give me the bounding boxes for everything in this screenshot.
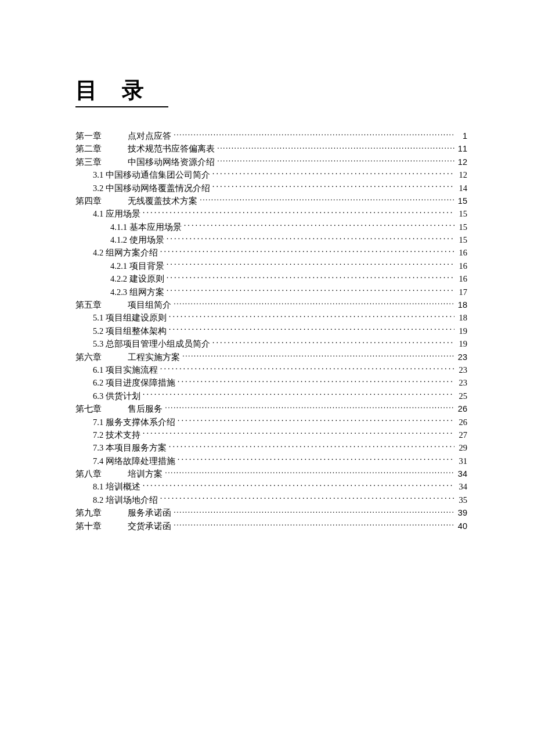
toc-leader-dots (178, 376, 454, 386)
toc-entry-label: 5.3 总部项目管理小组成员简介 (93, 339, 210, 348)
toc-page-number: 19 (456, 338, 467, 350)
toc-page-number: 1 (456, 130, 467, 142)
toc-entry-label: 4.2.2 建设原则 (110, 274, 164, 283)
toc-leader-dots (184, 221, 454, 230)
toc-page-number: 17 (456, 286, 467, 298)
toc-chapter-number: 第一章 (75, 130, 128, 142)
toc-entry-label: 4.2.1 项目背景 (110, 261, 164, 271)
toc-entry-label: 3.1 中国移动通信集团公司简介 (93, 170, 210, 179)
toc-entry-label: 培训方案 (128, 469, 163, 478)
toc-page-number: 40 (456, 520, 467, 532)
toc-entry: 第二章技术规范书应答偏离表11 (75, 142, 467, 155)
toc-entry-label: 工程实施方案 (128, 352, 180, 362)
toc-leader-dots (182, 351, 454, 360)
toc-page-number: 15 (456, 195, 467, 207)
toc-page-number: 26 (456, 416, 467, 429)
toc-leader-dots (160, 363, 454, 373)
toc-entry: 4.2.3 组网方案17 (75, 286, 467, 298)
toc-page-number: 12 (456, 169, 467, 181)
toc-leader-dots (217, 156, 454, 165)
toc-entry: 4.1.1 基本应用场景15 (75, 221, 467, 233)
toc-entry: 第六章工程实施方案23 (75, 351, 467, 363)
toc-page-number: 11 (456, 143, 467, 155)
toc-page-number: 34 (456, 468, 467, 480)
toc-page-number: 27 (456, 429, 467, 441)
toc-entry: 6.1 项目实施流程23 (75, 363, 467, 376)
toc-entry: 第九章服务承诺函39 (75, 506, 467, 519)
toc-page-number: 23 (456, 377, 467, 389)
toc-entry-label: 7.1 服务支撑体系介绍 (93, 417, 175, 427)
toc-entry-label: 4.2 组网方案介绍 (93, 248, 158, 257)
toc-entry: 3.2 中国移动网络覆盖情况介绍14 (75, 182, 467, 195)
toc-leader-dots (174, 298, 454, 308)
toc-leader-dots (167, 233, 454, 243)
toc-chapter-number: 第六章 (75, 351, 128, 363)
toc-page-number: 16 (456, 260, 467, 272)
toc-entry: 5.1 项目组建设原则18 (75, 311, 467, 324)
toc-page-number: 23 (456, 351, 467, 363)
toc-leader-dots (160, 494, 454, 503)
toc-leader-dots (178, 455, 454, 464)
toc-entry-label: 中国移动网络资源介绍 (128, 157, 215, 167)
toc-entry: 7.3 本项目服务方案29 (75, 441, 467, 454)
toc-page-number: 19 (456, 325, 467, 337)
toc-leader-dots (165, 402, 454, 412)
toc-leader-dots (143, 429, 454, 438)
toc-entry-label: 4.1.2 使用场景 (110, 235, 164, 244)
toc-entry-label: 无线覆盖技术方案 (128, 196, 197, 206)
toc-entry: 4.2 组网方案介绍16 (75, 247, 467, 260)
toc-entry: 4.1.2 使用场景15 (75, 233, 467, 246)
toc-entry-label: 8.1 培训概述 (93, 482, 140, 491)
toc-page-number: 15 (456, 234, 467, 246)
toc-leader-dots (212, 182, 454, 191)
toc-entry-label: 交货承诺函 (128, 521, 171, 531)
toc-entry: 第七章售后服务26 (75, 402, 467, 415)
toc-entry: 6.2 项目进度保障措施23 (75, 376, 467, 389)
toc-chapter-number: 第七章 (75, 403, 128, 415)
toc-leader-dots (169, 311, 454, 321)
toc-entry-label: 7.2 技术支持 (93, 430, 140, 440)
toc-entry-label: 点对点应答 (128, 131, 171, 141)
toc-chapter-number: 第三章 (75, 156, 128, 168)
toc-chapter-number: 第二章 (75, 143, 128, 155)
toc-leader-dots (200, 195, 454, 204)
toc-entry: 7.2 技术支持27 (75, 429, 467, 441)
toc-page-number: 16 (456, 273, 467, 285)
toc-entry-label: 8.2 培训场地介绍 (93, 495, 158, 505)
toc-page-number: 29 (456, 442, 467, 454)
toc-leader-dots (174, 129, 454, 139)
toc-leader-dots (143, 390, 454, 399)
toc-entry: 第三章中国移动网络资源介绍12 (75, 156, 467, 168)
toc-entry: 5.2 项目组整体架构19 (75, 325, 467, 337)
toc-page-number: 12 (456, 156, 467, 168)
toc-entry-label: 4.2.3 组网方案 (110, 287, 164, 297)
toc-leader-dots (143, 207, 454, 217)
toc-entry-label: 4.1 应用场景 (93, 209, 140, 218)
toc-entry-label: 4.1.1 基本应用场景 (110, 222, 182, 232)
toc-page-number: 18 (456, 299, 467, 311)
toc-leader-dots (167, 286, 454, 295)
toc-entry: 4.1 应用场景15 (75, 207, 467, 220)
toc-leader-dots (217, 142, 454, 152)
toc-entry-label: 6.1 项目实施流程 (93, 365, 158, 375)
toc-entry-label: 技术规范书应答偏离表 (128, 144, 215, 153)
toc-page-number: 26 (456, 403, 467, 415)
toc-entry: 第十章交货承诺函40 (75, 520, 467, 532)
toc-chapter-number: 第四章 (75, 195, 128, 207)
toc-leader-dots (174, 520, 454, 529)
toc-leader-dots (167, 260, 454, 269)
toc-leader-dots (165, 467, 454, 477)
toc-leader-dots (178, 416, 454, 425)
toc-entry: 第一章点对点应答1 (75, 129, 467, 142)
toc-entry: 7.1 服务支撑体系介绍26 (75, 416, 467, 429)
toc-entry: 第五章项目组简介18 (75, 298, 467, 311)
toc-container: 第一章点对点应答1第二章技术规范书应答偏离表11第三章中国移动网络资源介绍123… (75, 129, 467, 532)
toc-page-number: 14 (456, 182, 467, 195)
toc-entry-label: 项目组简介 (128, 300, 171, 309)
toc-title: 目录 (75, 75, 168, 107)
toc-entry-label: 5.1 项目组建设原则 (93, 313, 167, 322)
toc-page-number: 39 (456, 507, 467, 519)
toc-leader-dots (160, 247, 454, 256)
toc-entry-label: 6.3 供货计划 (93, 391, 140, 401)
toc-chapter-number: 第八章 (75, 468, 128, 480)
